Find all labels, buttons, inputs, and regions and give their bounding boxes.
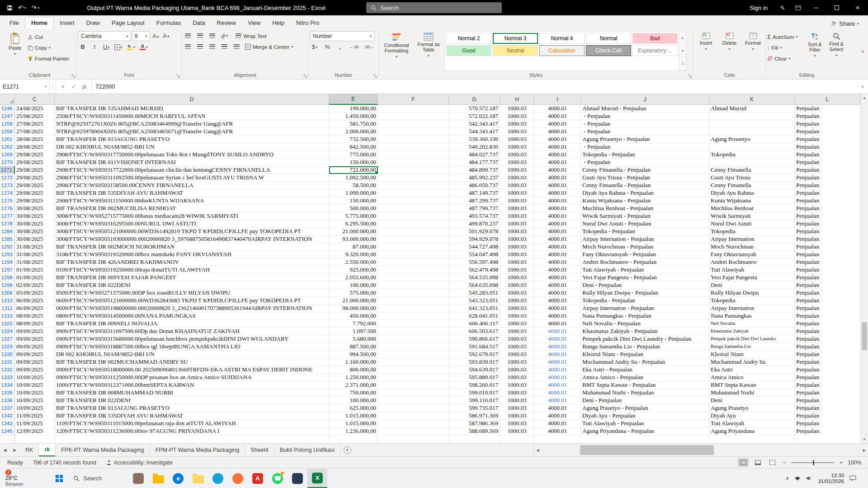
close-button[interactable]: × [847, 0, 868, 15]
cell-I1259[interactable]: 4000.01 [534, 128, 581, 136]
cell-K1284[interactable]: Tokopedia [709, 228, 795, 235]
cell-F1330[interactable] [378, 351, 449, 358]
cell-F1315[interactable] [378, 312, 449, 320]
cell-C1311[interactable]: 06/09/2025 [15, 305, 55, 312]
horizontal-scrollbar[interactable]: ◀ ▶ [533, 444, 868, 456]
cell-D1315[interactable]: 0809/FTSCY/WS950314500000.00NANA PAMUNGK… [55, 312, 329, 320]
cell-L1343[interactable]: Penjualan [795, 420, 821, 427]
cell-K1315[interactable]: Nana Pamungkas [709, 312, 795, 320]
cell-D1292[interactable]: BIF TRANSFER DR 002MOCH NUROKHMAN [55, 243, 329, 251]
cell-D1278[interactable]: 3008/FTSCY/WS950316295500.00NURUL DWI AS… [55, 220, 329, 228]
row-header-1324[interactable]: 1324 [0, 328, 15, 335]
cell-G1271[interactable]: 484.899.737 [449, 166, 500, 174]
cancel-entry-icon[interactable]: × [58, 82, 68, 92]
cell-D1343[interactable]: 1109/FTSCY/WS950311015000.00pelunasan ra… [55, 420, 329, 427]
column-header-f[interactable]: F [378, 94, 449, 105]
cell-D1246[interactable]: BIF TRANSFER DR 535AHMAD MURSID [55, 105, 329, 113]
cell-I1327[interactable]: 4000.01 [534, 335, 581, 343]
cell-J1272[interactable]: Gusti Ayu Trisna - Penjualan [581, 174, 709, 182]
cell-I1329[interactable]: 4000.01 [534, 343, 581, 351]
cell-I1275[interactable]: 4000.01 [534, 197, 581, 205]
cell-I1332[interactable]: 4000.01 [534, 366, 581, 374]
cell-L1322[interactable]: Penjualan [795, 320, 821, 328]
cell-I1273[interactable]: 4000.01 [534, 182, 581, 189]
cell-G1246[interactable]: 570.572.187 [449, 105, 500, 113]
cell-K1310[interactable]: Tokopedia [709, 297, 795, 305]
font-size-combo[interactable]: 9▾ [132, 31, 150, 41]
cell-G1327[interactable]: 590.866.617 [449, 335, 500, 343]
row-header-1246[interactable]: 1246 [0, 105, 15, 113]
cell-D1277[interactable]: 3008/FTSCY/WS952715775000.00lunas mediac… [55, 212, 329, 220]
cell-H1276[interactable]: 1000.03 [500, 205, 534, 212]
cell-style-bad[interactable]: Bad [632, 33, 678, 44]
ribbon-tab-formulas[interactable]: Formulas [151, 17, 187, 29]
cell-H1345[interactable]: 1000.03 [500, 427, 534, 435]
cell-K1275[interactable]: Kunta Wijaksana [709, 197, 795, 205]
select-all-corner[interactable] [0, 94, 15, 105]
comma-style-button[interactable]: , [335, 42, 344, 52]
cell-G1337[interactable]: 599.735.017 [449, 404, 500, 412]
cell-D1297[interactable]: 0109/FTSCY/WS950319250000.00raja donatTU… [55, 266, 329, 274]
cell-C1343[interactable]: 11/09/2025 [15, 420, 55, 427]
row-header-1269[interactable]: 1269 [0, 151, 15, 159]
zoom-in-button[interactable]: + [838, 459, 844, 466]
cell-I1262[interactable]: 4000.01 [534, 143, 581, 151]
cell-J1285[interactable]: Airpay Internation - Penjualan [581, 235, 709, 243]
font-color-button[interactable]: A ▾ [139, 42, 149, 52]
cell-L1329[interactable]: Penjualan [795, 343, 821, 351]
cell-C1275[interactable]: 29/08/2025 [15, 197, 55, 205]
row-header-1334[interactable]: 1334 [0, 381, 15, 389]
ribbon-tab-file[interactable]: File [4, 17, 25, 29]
cell-D1247[interactable]: 2508/FTSCY/WS950311450000.00MOCH RABIYUL… [55, 113, 329, 120]
row-header-1298[interactable]: 1298 [0, 274, 15, 282]
cell-L1262[interactable]: Penjualan [795, 143, 821, 151]
cell-D1324[interactable]: 0909/FTSCY/WS950311097500.00Dp dus Donat… [55, 328, 329, 335]
taskbar-whatsapp[interactable]: ☎ [268, 469, 288, 488]
cell-F1274[interactable] [378, 189, 449, 197]
cell-J1278[interactable]: Nurul Dwi Astuti - Penjualan [581, 220, 709, 228]
row-header-1262[interactable]: 1262 [0, 143, 15, 151]
row-header-1342[interactable]: 1342 [0, 412, 15, 420]
cell-G1332[interactable]: 594.639.017 [449, 366, 500, 374]
name-box[interactable]: E1271▾ [0, 80, 50, 94]
cell-G1298[interactable]: 564.535.098 [449, 274, 500, 282]
cell-E1276[interactable]: 500.000,00 [329, 205, 378, 212]
cell-I1261[interactable]: 4000.01 [534, 136, 581, 143]
cell-J1294[interactable]: Andrei Rochmanov - Penjualan [581, 258, 709, 266]
cell-J1306[interactable]: Rully Hilyan Dwipu - Penjualan [581, 289, 709, 297]
cell-H1327[interactable]: 1000.03 [500, 335, 534, 343]
cell-C1246[interactable]: 24/08/2025 [15, 105, 55, 113]
cell-F1336[interactable] [378, 397, 449, 404]
cell-E1334[interactable]: 2.371.000,00 [329, 381, 378, 389]
cell-H1258[interactable]: 1000.03 [500, 120, 534, 128]
cell-K1277[interactable]: Wiwik Sarmiyati [709, 212, 795, 220]
cell-G1285[interactable]: 594.929.078 [449, 235, 500, 243]
row-header-1275[interactable]: 1275 [0, 197, 15, 205]
cell-D1259[interactable]: NTRF@925978904X0Z6 805@BCA25083465671@Tr… [55, 128, 329, 136]
cell-D1276[interactable]: BIF TRANSFER DR 002MUCHLISA RENHOAT [55, 205, 329, 212]
cell-H1277[interactable]: 1000.03 [500, 212, 534, 220]
cell-E1277[interactable]: 5.775.000,00 [329, 212, 378, 220]
format-as-table-button[interactable]: Format as Table ▾ [415, 31, 443, 71]
column-header-e[interactable]: E [329, 94, 378, 105]
delete-cells-button[interactable]: Delete ▾ [719, 31, 741, 71]
cell-K1329[interactable]: Bunga Samantha Lio [709, 343, 795, 351]
ribbon-tab-data[interactable]: Data [187, 17, 211, 29]
cell-J1277[interactable]: Wiwik Sarmiyati - Penjualan [581, 212, 709, 220]
cell-F1270[interactable] [378, 159, 449, 166]
cell-D1284[interactable]: 3008/FTSCY/WS9505121000000.00WD361492819… [55, 228, 329, 235]
taskbar-excel[interactable]: X [307, 469, 327, 488]
orientation-button[interactable]: ab▾ [220, 32, 229, 41]
cell-J1271[interactable]: Cenny Fimanella - Penjualan [581, 166, 709, 174]
cell-K1327[interactable]: Pempek pakcik Dini Dwi Laundry [709, 335, 795, 343]
ribbon-tab-nitro-pro[interactable]: Nitro Pro [290, 17, 325, 29]
cell-F1334[interactable] [378, 381, 449, 389]
cell-G1270[interactable]: 484.177.737 [449, 159, 500, 166]
cell-I1274[interactable]: 4000.01 [534, 189, 581, 197]
scroll-left-icon[interactable]: ◀ [534, 444, 542, 456]
cell-K1343[interactable]: Tuti Alawiyah [709, 420, 795, 427]
page-break-view-button[interactable] [767, 458, 778, 467]
cell-K1276[interactable]: Muchlisa Renhoat [709, 205, 795, 212]
cell-H1269[interactable]: 1000.03 [500, 151, 534, 159]
cell-J1334[interactable]: BMT Septa Kawan - Penjualan [581, 381, 709, 389]
